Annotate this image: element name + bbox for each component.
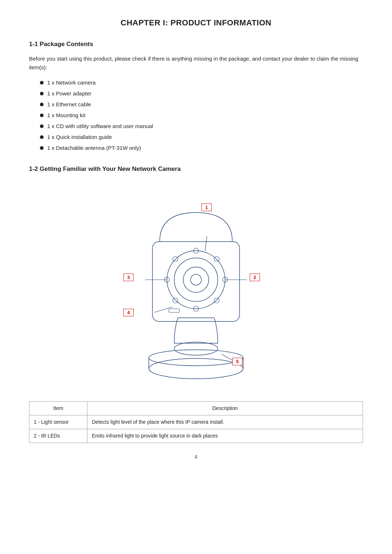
bullet-icon <box>40 114 44 117</box>
bullet-icon <box>40 135 44 139</box>
list-item: 1 x CD with utility software and user ma… <box>40 122 363 131</box>
svg-point-6 <box>167 251 225 309</box>
callout-4: 4 <box>123 309 134 316</box>
section1-intro: Before you start using this product, ple… <box>29 54 363 72</box>
table-row: 1 - Light sensor Detects light level of … <box>29 415 363 429</box>
svg-line-18 <box>205 236 207 251</box>
callout-3: 3 <box>123 274 134 281</box>
section1-title: 1-1 Package Contents <box>29 41 363 48</box>
svg-point-0 <box>149 358 243 379</box>
list-item: 1 x Mounting kit <box>40 111 363 120</box>
table-header-item: Item <box>29 402 87 415</box>
bullet-icon <box>40 124 44 128</box>
list-item: 1 x Quick installation guide <box>40 133 363 141</box>
bullet-icon <box>40 92 44 95</box>
svg-point-7 <box>174 258 218 301</box>
table-cell-description: Emits infrared light to provide light so… <box>87 429 363 443</box>
svg-rect-22 <box>169 309 180 312</box>
camera-diagram: 1 2 3 4 5 <box>29 184 363 387</box>
svg-point-9 <box>191 274 201 285</box>
package-contents-list: 1 x Network camera 1 x Power adapter 1 x… <box>40 78 363 152</box>
svg-line-21 <box>154 307 172 312</box>
camera-svg-wrapper: 1 2 3 4 5 <box>102 184 290 387</box>
list-item: 1 x Network camera <box>40 78 363 87</box>
bullet-icon <box>40 81 44 85</box>
callout-2: 2 <box>250 274 260 281</box>
components-table: Item Description 1 - Light sensor Detect… <box>29 401 363 443</box>
table-header-description: Description <box>87 402 363 415</box>
svg-point-4 <box>174 342 218 355</box>
bullet-icon <box>40 146 44 150</box>
table-cell-description: Detects light level of the place where t… <box>87 415 363 429</box>
list-item: 1 x Power adapter <box>40 89 363 98</box>
page-number: 4 <box>29 454 363 460</box>
svg-point-8 <box>183 267 209 292</box>
callout-5: 5 <box>232 358 242 365</box>
callout-1: 1 <box>201 204 212 211</box>
chapter-title: CHAPTER I: PRODUCT INFORMATION <box>29 18 363 28</box>
table-cell-item: 2 - IR LEDs <box>29 429 87 443</box>
table-cell-item: 1 - Light sensor <box>29 415 87 429</box>
section2-title: 1-2 Getting Familiar with Your New Netwo… <box>29 165 363 173</box>
svg-point-1 <box>149 350 243 366</box>
camera-illustration <box>102 184 290 387</box>
bullet-icon <box>40 103 44 106</box>
table-row: 2 - IR LEDs Emits infrared light to prov… <box>29 429 363 443</box>
list-item: 1 x Detachable antenna (PT-31W only) <box>40 144 363 152</box>
list-item: 1 x Ethernet cable <box>40 100 363 109</box>
